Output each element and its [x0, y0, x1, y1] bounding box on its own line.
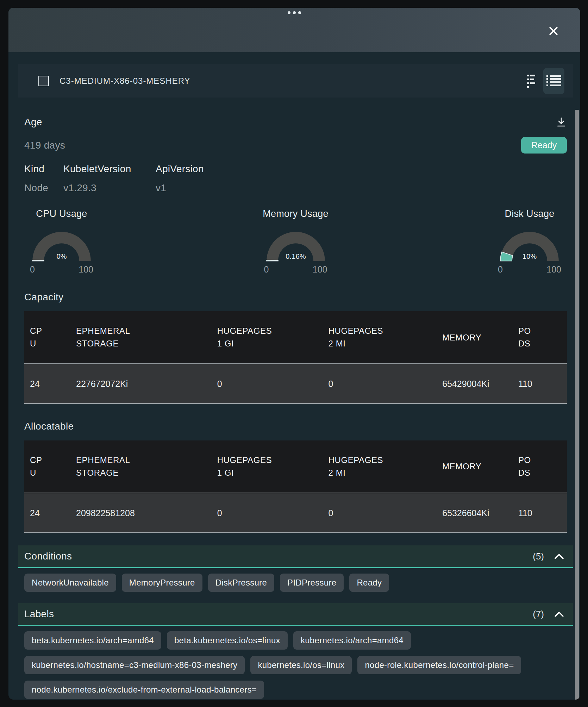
cell-ephemeral-storage: 227672072Ki: [76, 377, 128, 390]
label-chip[interactable]: kubernetes.io/os=linux: [250, 656, 352, 674]
table-header-row: CPU EPHEMERAL STORAGE HUGEPAGES 1 GI HUG…: [24, 311, 567, 364]
column-header: HUGEPAGES 1 GI: [217, 454, 274, 479]
table-header-row: CPU EPHEMERAL STORAGE HUGEPAGES 1 GI HUG…: [24, 440, 567, 493]
label-chip[interactable]: beta.kubernetes.io/arch=amd64: [24, 631, 161, 650]
column-header: HUGEPAGES 1 GI: [217, 325, 274, 350]
status-badge: Ready: [521, 137, 567, 154]
svg-text:10%: 10%: [523, 252, 537, 260]
conditions-title: Conditions: [24, 551, 72, 562]
list-view-icon[interactable]: [543, 68, 564, 94]
chevron-up-icon[interactable]: [555, 553, 564, 559]
cell-cpu: 24: [30, 507, 40, 519]
compact-view-icon[interactable]: [527, 74, 536, 88]
gauge-min-label: 0: [264, 264, 269, 275]
label-chip[interactable]: kubernetes.io/arch=amd64: [293, 631, 411, 650]
node-title: C3-MEDIUM-X86-03-MESHERY: [60, 76, 190, 86]
allocatable-title: Allocatable: [24, 421, 567, 432]
column-header: HUGEPAGES 2 MI: [329, 325, 385, 350]
cell-hugepages-1gi: 0: [217, 377, 222, 390]
meta-value-kind: Node: [24, 182, 63, 194]
gauge-arc: 0%: [24, 226, 99, 264]
age-value: 419 days: [24, 140, 65, 151]
allocatable-table: CPU EPHEMERAL STORAGE HUGEPAGES 1 GI HUG…: [24, 440, 567, 533]
meta-value-kubeletversion: v1.29.3: [63, 182, 156, 194]
node-meta: Kind KubeletVersion ApiVersion Node v1.2…: [24, 163, 567, 194]
cell-ephemeral-storage: 209822581208: [76, 507, 135, 519]
gauge-max-label: 100: [313, 264, 327, 275]
condition-chip[interactable]: MemoryPressure: [122, 574, 202, 592]
download-icon[interactable]: [556, 117, 567, 128]
labels-count: (7): [533, 609, 544, 620]
conditions-chip-list: NetworkUnavailableMemoryPressureDiskPres…: [24, 574, 567, 592]
drag-handle-dots-icon[interactable]: [288, 11, 301, 14]
gauge-title: CPU Usage: [24, 208, 99, 219]
gauge-arc: 10%: [492, 226, 567, 264]
capacity-table: CPU EPHEMERAL STORAGE HUGEPAGES 1 GI HUG…: [24, 311, 567, 404]
usage-gauges: CPU Usage 0% 0 100 Memory Usage 0.16% 0 …: [24, 208, 567, 275]
column-header: MEMORY: [442, 460, 481, 473]
label-chip[interactable]: beta.kubernetes.io/os=linux: [167, 631, 288, 650]
memory-usage-gauge: Memory Usage 0.16% 0 100: [258, 208, 333, 275]
table-row: 24 209822581208 0 0 65326604Ki 110: [24, 493, 567, 533]
cell-pods: 110: [518, 507, 532, 519]
column-header: CPU: [30, 454, 43, 479]
page-backdrop: { "node_card": { "title": "C3-MEDIUM-X86…: [0, 0, 588, 707]
svg-text:0%: 0%: [56, 252, 67, 260]
column-header: EPHEMERAL STORAGE: [76, 325, 123, 350]
gauge-min-label: 0: [498, 264, 503, 275]
labels-title: Labels: [24, 608, 54, 620]
gauge-arc: 0.16%: [258, 226, 333, 264]
close-icon[interactable]: [547, 25, 560, 37]
column-header: HUGEPAGES 2 MI: [329, 454, 385, 479]
column-header: PODS: [518, 454, 536, 479]
gauge-title: Memory Usage: [258, 208, 333, 219]
disk-usage-gauge: Disk Usage 10% 0 100: [492, 208, 567, 275]
label-chip[interactable]: node.kubernetes.io/exclude-from-external…: [24, 681, 264, 699]
cell-hugepages-1gi: 0: [217, 507, 222, 519]
label-chip[interactable]: node-role.kubernetes.io/control-plane=: [357, 656, 521, 674]
cell-cpu: 24: [30, 377, 40, 390]
gauge-title: Disk Usage: [492, 208, 567, 219]
meta-label-kubeletversion: KubeletVersion: [63, 163, 156, 175]
labels-section-header[interactable]: Labels (7): [18, 603, 573, 626]
gauge-max-label: 100: [79, 264, 93, 275]
column-header: PODS: [518, 325, 536, 350]
meta-value-apiversion: v1: [156, 182, 567, 194]
chevron-up-icon[interactable]: [555, 611, 564, 617]
cell-pods: 110: [518, 377, 532, 390]
cell-memory: 65429004Ki: [442, 377, 489, 390]
node-details-modal: C3-MEDIUM-X86-03-MESHERY: [8, 8, 580, 700]
cpu-usage-gauge: CPU Usage 0% 0 100: [24, 208, 99, 275]
cell-hugepages-2mi: 0: [329, 377, 333, 390]
svg-text:0.16%: 0.16%: [286, 252, 306, 260]
meta-label-kind: Kind: [24, 163, 63, 175]
condition-chip[interactable]: Ready: [349, 574, 389, 592]
capacity-title: Capacity: [24, 292, 567, 303]
column-header: CPU: [30, 325, 43, 350]
node-checkbox[interactable]: [38, 76, 49, 86]
scrollbar-thumb[interactable]: [575, 110, 579, 700]
node-card-header: C3-MEDIUM-X86-03-MESHERY: [18, 64, 573, 98]
conditions-count: (5): [533, 551, 544, 562]
column-header: MEMORY: [442, 331, 481, 344]
label-chip[interactable]: kubernetes.io/hostname=c3-medium-x86-03-…: [24, 656, 245, 674]
column-header: EPHEMERAL STORAGE: [76, 454, 123, 479]
condition-chip[interactable]: NetworkUnavailable: [24, 574, 116, 592]
condition-chip[interactable]: DiskPressure: [208, 574, 274, 592]
meta-label-apiversion: ApiVersion: [156, 163, 567, 175]
modal-body: C3-MEDIUM-X86-03-MESHERY: [8, 64, 580, 700]
cell-memory: 65326604Ki: [442, 507, 489, 519]
gauge-min-label: 0: [30, 264, 35, 275]
gauge-max-label: 100: [546, 264, 561, 275]
condition-chip[interactable]: PIDPressure: [280, 574, 344, 592]
cell-hugepages-2mi: 0: [329, 507, 333, 519]
labels-chip-list: beta.kubernetes.io/arch=amd64beta.kubern…: [24, 631, 567, 699]
modal-header: [8, 8, 580, 52]
age-label: Age: [24, 117, 42, 128]
table-row: 24 227672072Ki 0 0 65429004Ki 110: [24, 364, 567, 403]
conditions-section-header[interactable]: Conditions (5): [18, 545, 573, 568]
